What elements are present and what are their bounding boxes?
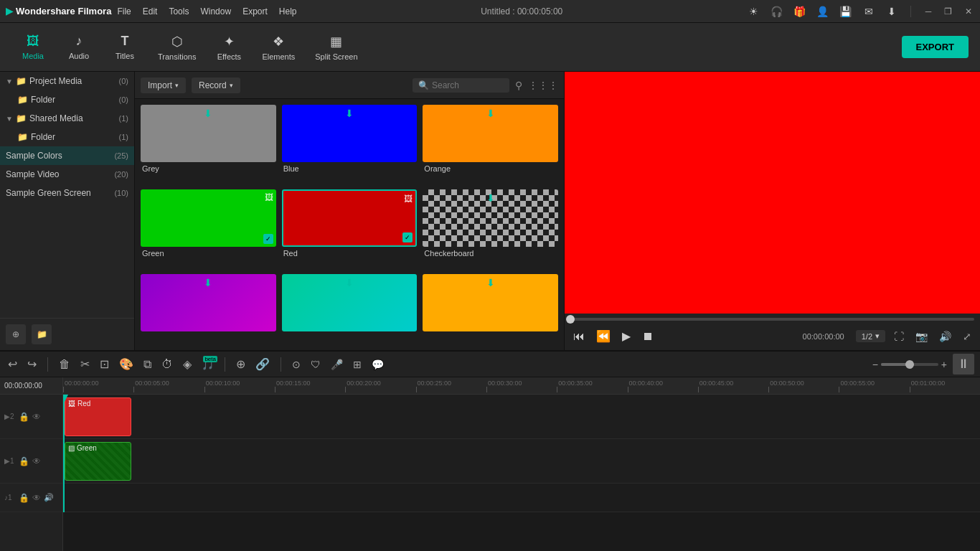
mic-button[interactable]: 🎤	[329, 357, 345, 372]
delete-button[interactable]: 🗑	[57, 356, 72, 373]
toolbar-audio[interactable]: ♪ Audio	[57, 29, 100, 65]
mail-icon[interactable]: ✉	[862, 4, 876, 19]
media-grid: ⬇ Grey ⬇ Blue ⬇ Orange 🖼	[135, 99, 564, 350]
media-item-orange[interactable]: ⬇ Orange	[423, 105, 558, 184]
headphone-icon[interactable]: 🎧	[770, 4, 784, 19]
media-toolbar: Import ▾ Record ▾ 🔍 ⚲ ⋮⋮⋮	[135, 72, 564, 99]
preview-progress-bar[interactable]	[570, 318, 974, 321]
gift-icon[interactable]: 🎁	[793, 4, 807, 19]
eye-icon[interactable]: 👁	[32, 493, 41, 503]
ruler-mark: 00:00:20:00	[345, 380, 415, 392]
detach-button[interactable]: ⊞	[351, 357, 364, 372]
menu-edit[interactable]: Edit	[143, 6, 158, 17]
color-button[interactable]: 🎨	[117, 355, 136, 373]
download-icon[interactable]: ⬇	[885, 4, 899, 19]
restore-button[interactable]: ❐	[943, 6, 954, 17]
account-icon[interactable]: 👤	[816, 4, 830, 19]
lock-icon[interactable]: 🔒	[19, 456, 29, 466]
preview-time: 00:00:00:00	[803, 332, 844, 341]
toolbar-transitions[interactable]: ⬡ Transitions	[149, 29, 204, 65]
redo-button[interactable]: ↪	[25, 355, 39, 373]
audio-button[interactable]: 🔊	[936, 328, 954, 345]
menu-help[interactable]: Help	[279, 6, 297, 17]
zoom-out-button[interactable]: −	[872, 359, 878, 370]
lock-icon[interactable]: 🔒	[19, 493, 29, 503]
toolbar-media[interactable]: 🖼 Media	[11, 29, 55, 65]
media-thumb-blue: ⬇	[282, 105, 418, 162]
sidebar-item-sample-video[interactable]: Sample Video (20)	[0, 165, 134, 184]
cloud-save-icon[interactable]: 💾	[839, 4, 853, 19]
sidebar-item-shared-media[interactable]: ▼ 📁 Shared Media (1)	[0, 109, 134, 128]
media-item-checker[interactable]: ⬇ Checkerboard	[423, 189, 558, 268]
zoom-slider[interactable]	[881, 363, 938, 366]
add-track-button[interactable]: ⊕	[234, 355, 248, 373]
shield-button[interactable]: 🛡	[308, 357, 323, 372]
subtitle-button[interactable]: 💬	[369, 357, 386, 372]
record-label: Record	[199, 80, 227, 90]
add-media-button[interactable]: ⊕	[6, 324, 26, 344]
split-screen-icon: ▦	[330, 34, 342, 50]
timeline-pause-button[interactable]: ⏸	[953, 354, 974, 375]
lock-icon[interactable]: 🔒	[19, 412, 29, 422]
download-icon: ⬇	[345, 108, 354, 119]
audio-mix-button[interactable]: 🎵 beta	[199, 356, 216, 373]
zoom-in-button[interactable]: +	[941, 359, 947, 370]
minimize-button[interactable]: ─	[923, 6, 934, 17]
sidebar-item-project-media[interactable]: ▼ 📁 Project Media (0)	[0, 72, 134, 90]
media-item-grey[interactable]: ⬇ Grey	[141, 105, 276, 184]
close-button[interactable]: ✕	[963, 6, 974, 17]
clip-green[interactable]: ▨ Green	[65, 442, 131, 481]
new-folder-button[interactable]: 📁	[32, 324, 52, 344]
sidebar-item-folder-1[interactable]: 📁 Folder (0)	[0, 90, 134, 109]
snap-button[interactable]: ⊙	[290, 357, 303, 372]
track-num: ▶2	[4, 413, 16, 420]
menu-window[interactable]: Window	[200, 6, 231, 17]
search-input[interactable]	[432, 80, 504, 90]
media-thumb-checker: ⬇	[423, 189, 558, 247]
media-label-checker: Checkerboard	[423, 249, 558, 258]
media-item-green[interactable]: 🖼 ✓ Green	[141, 189, 276, 268]
menu-tools[interactable]: Tools	[169, 6, 189, 17]
export-button[interactable]: EXPORT	[902, 36, 969, 58]
media-item-purple[interactable]: ⬇	[141, 274, 276, 344]
media-item-blue[interactable]: ⬇ Blue	[282, 105, 418, 184]
sidebar-item-sample-green[interactable]: Sample Green Screen (10)	[0, 184, 134, 202]
filter-icon[interactable]: ⚲	[515, 80, 522, 91]
pip-button[interactable]: ⧉	[141, 356, 154, 373]
cut-button[interactable]: ✂	[78, 355, 92, 373]
import-label: Import	[148, 80, 172, 90]
settings-button[interactable]: ⤢	[960, 328, 974, 345]
frame-back-button[interactable]: ⏮	[570, 327, 588, 346]
play-button[interactable]: ▶	[619, 326, 633, 346]
link-button[interactable]: 🔗	[253, 355, 272, 373]
speed-button[interactable]: ⏱	[159, 356, 175, 373]
preview-ratio-selector[interactable]: 1/2 ▾	[856, 330, 885, 342]
fullscreen-button[interactable]: ⛶	[891, 328, 907, 345]
crop-button[interactable]: ⊡	[98, 355, 111, 373]
toolbar-titles[interactable]: T Titles	[103, 29, 146, 65]
screenshot-button[interactable]: 📷	[913, 328, 930, 345]
audio-volume-icon[interactable]: 🔊	[44, 493, 54, 502]
undo-button[interactable]: ↩	[6, 355, 19, 373]
media-item-teal[interactable]: ⬇	[282, 274, 418, 344]
menu-file[interactable]: File	[117, 6, 131, 17]
clip-red[interactable]: 🖼 Red	[65, 397, 131, 436]
grid-view-icon[interactable]: ⋮⋮⋮	[528, 80, 558, 91]
media-item-red[interactable]: 🖼 ✓ Red	[282, 189, 418, 268]
folder-2-count: (1)	[119, 133, 128, 141]
toolbar-split-screen[interactable]: ▦ Split Screen	[306, 29, 366, 65]
toolbar-effects[interactable]: ✦ Effects	[207, 29, 250, 65]
sidebar-item-folder-2[interactable]: 📁 Folder (1)	[0, 128, 134, 146]
media-item-yellow[interactable]: ⬇	[423, 274, 558, 344]
stop-button[interactable]: ⏹	[639, 327, 656, 346]
menu-export[interactable]: Export	[242, 6, 268, 17]
eye-icon[interactable]: 👁	[32, 412, 41, 422]
eye-icon[interactable]: 👁	[32, 456, 41, 466]
record-button[interactable]: Record ▾	[192, 77, 240, 93]
play-back-button[interactable]: ⏪	[593, 326, 613, 346]
import-button[interactable]: Import ▾	[141, 77, 186, 93]
sun-icon[interactable]: ☀	[747, 4, 761, 19]
sidebar-item-sample-colors[interactable]: Sample Colors (25)	[0, 146, 134, 165]
motion-button[interactable]: ◈	[181, 355, 194, 373]
toolbar-elements[interactable]: ❖ Elements	[253, 29, 303, 65]
